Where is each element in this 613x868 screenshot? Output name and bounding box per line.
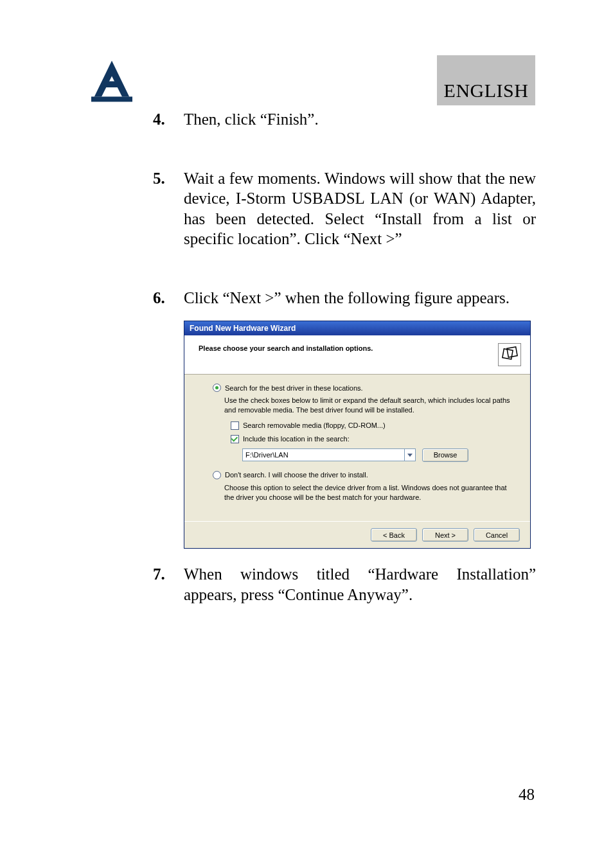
radio-label: Don't search. I will choose the driver t… [225, 471, 368, 479]
back-button[interactable]: < Back [371, 528, 417, 542]
step-number: 7. [153, 564, 184, 605]
option-description: Use the check boxes below to limit or ex… [224, 396, 517, 415]
step-text: Click “Next >” when the following figure… [184, 288, 536, 308]
chevron-down-icon [404, 449, 415, 461]
language-text: ENGLISH [444, 80, 529, 102]
instruction-step: 7. When windows titled “Hardware Install… [153, 564, 536, 605]
option-description: Choose this option to select the device … [224, 483, 517, 502]
language-badge: ENGLISH [437, 55, 535, 105]
checkbox-label: Search removable media (floppy, CD-ROM..… [243, 421, 386, 429]
document-page: ENGLISH 4. Then, click “Finish”. 5. Wait… [0, 0, 613, 868]
radio-dont-search[interactable]: Don't search. I will choose the driver t… [213, 471, 517, 479]
dialog-figure: Found New Hardware Wizard Please choose … [184, 321, 536, 549]
browse-button[interactable]: Browse [422, 448, 468, 462]
checkbox-include-location[interactable]: Include this location in the search: [231, 435, 517, 443]
dialog-titlebar: Found New Hardware Wizard [184, 321, 530, 335]
checkbox-icon [231, 435, 239, 443]
step-text: When windows titled “Hardware Installati… [184, 564, 536, 605]
dialog-button-row: < Back Next > Cancel [184, 521, 530, 548]
step-text: Then, click “Finish”. [184, 109, 536, 130]
radio-label: Search for the best driver in these loca… [225, 384, 363, 392]
dialog-header: Please choose your search and installati… [184, 335, 530, 375]
checkbox-label: Include this location in the search: [243, 435, 350, 443]
cancel-button[interactable]: Cancel [474, 528, 520, 542]
button-label: Next > [435, 531, 456, 539]
dialog-heading: Please choose your search and installati… [199, 343, 373, 352]
step-number: 5. [153, 168, 184, 249]
radio-search-locations[interactable]: Search for the best driver in these loca… [213, 384, 517, 392]
svg-rect-0 [91, 96, 132, 102]
instruction-step: 5. Wait a few moments. Windows will show… [153, 168, 536, 249]
instruction-step: 6. Click “Next >” when the following fig… [153, 288, 536, 308]
radio-icon [213, 384, 221, 392]
checkbox-removable-media[interactable]: Search removable media (floppy, CD-ROM..… [231, 421, 517, 430]
wizard-dialog: Found New Hardware Wizard Please choose … [184, 321, 531, 549]
checkbox-icon [231, 421, 239, 430]
dialog-body: Search for the best driver in these loca… [184, 375, 530, 521]
button-label: < Back [383, 531, 405, 539]
step-number: 4. [153, 109, 184, 130]
combobox-value: F:\Driver\LAN [245, 451, 289, 459]
location-combobox[interactable]: F:\Driver\LAN [242, 448, 416, 461]
dialog-title: Found New Hardware Wizard [190, 324, 296, 333]
page-number: 48 [519, 786, 535, 804]
step-text: Wait a few moments. Windows will show th… [184, 168, 536, 249]
radio-icon [213, 471, 221, 479]
instruction-list: 4. Then, click “Finish”. 5. Wait a few m… [153, 109, 536, 643]
button-label: Cancel [486, 531, 508, 539]
instruction-step: 4. Then, click “Finish”. [153, 109, 536, 130]
brand-logo [86, 57, 138, 108]
next-button[interactable]: Next > [422, 528, 468, 542]
hardware-icon [498, 343, 521, 366]
option-dont-search: Don't search. I will choose the driver t… [213, 471, 517, 502]
button-label: Browse [434, 451, 458, 459]
step-number: 6. [153, 288, 184, 308]
location-path-row: F:\Driver\LAN Browse [242, 448, 517, 462]
